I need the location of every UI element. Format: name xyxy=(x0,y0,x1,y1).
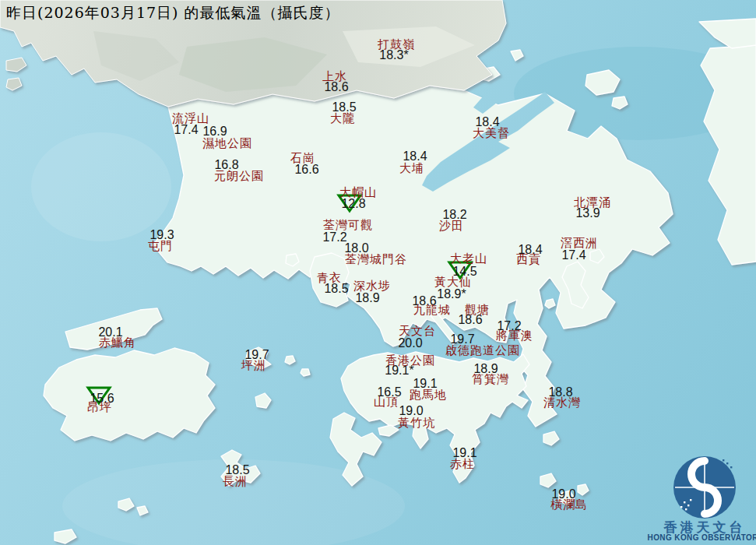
station-name-label: 大老山 xyxy=(450,253,487,265)
station-name-label: 北潭涌 xyxy=(574,197,611,209)
station-name-label: 青衣 xyxy=(317,272,342,284)
station-name-label: 大隴 xyxy=(330,113,355,125)
map-title: 昨日(2026年03月17日) 的最低氣溫（攝氏度） xyxy=(6,3,340,23)
station-value-label: 12.8 xyxy=(341,198,365,210)
station-name-label: 濕地公園 xyxy=(202,138,252,149)
station-name-label: 沙田 xyxy=(439,220,464,232)
station-name-label: 昂坪 xyxy=(87,402,112,413)
weather-map: 昨日(2026年03月17日) 的最低氣溫（攝氏度） 18.3*打鼓嶺18.6上… xyxy=(0,0,756,545)
station-name-label: 天文台 xyxy=(399,325,436,337)
station-name-label: 山頂 xyxy=(374,396,399,408)
station-value-label: 17.4 xyxy=(561,249,585,262)
station-name-label: 啟德跑道公園 xyxy=(445,345,520,357)
station-name-label: 坪洲 xyxy=(241,360,266,371)
station-name-label: 元朗公園 xyxy=(214,171,264,182)
station-value-label: 17.2 xyxy=(322,231,346,244)
station-name-label: 西貢 xyxy=(516,254,541,265)
station-name-label: 上水 xyxy=(322,71,347,83)
station-name-label: 橫瀾島 xyxy=(550,499,588,511)
station-name-label: 滘西洲 xyxy=(561,237,598,249)
station-value-label: 20.0 xyxy=(398,337,422,350)
station-name-label: 赤柱 xyxy=(450,459,475,470)
station-name-label: 屯門 xyxy=(148,241,173,252)
station-name-label: 觀塘 xyxy=(465,304,490,316)
station-name-label: 荃灣城門谷 xyxy=(345,254,407,265)
station-name-label: 九龍城 xyxy=(413,304,451,316)
station-name-label: 打鼓嶺 xyxy=(378,39,415,51)
station-name-label: 黃大仙 xyxy=(434,276,472,288)
station-name-label: 荃灣可觀 xyxy=(323,220,373,231)
station-name-label: 流浮山 xyxy=(172,113,209,125)
hong-kong-map xyxy=(0,0,756,545)
station-name-label: 香港公園 xyxy=(385,355,435,367)
station-name-label: 筲箕灣 xyxy=(472,374,509,385)
station-value-label: 18.9* xyxy=(437,288,466,301)
station-name-label: 長洲 xyxy=(223,476,248,487)
station-name-label: 大美督 xyxy=(473,128,510,139)
station-name-label: 深水埗 xyxy=(353,280,391,292)
station-name-label: 大帽山 xyxy=(339,187,377,199)
station-name-label: 赤鱲角 xyxy=(99,337,136,349)
station-name-label: 大埔 xyxy=(399,163,424,174)
station-name-label: 石崗 xyxy=(290,153,315,164)
station-value-label: 17.4 xyxy=(174,124,198,136)
station-name-label: 黃竹坑 xyxy=(398,417,435,429)
hko-logo-english-text: HONG KONG OBSERVATORY xyxy=(648,533,756,542)
station-name-label: 清水灣 xyxy=(543,397,581,409)
station-value-label: 16.6 xyxy=(294,164,318,176)
hko-logo xyxy=(673,456,736,519)
station-name-label: 跑馬地 xyxy=(410,389,447,401)
station-name-label: 將軍澳 xyxy=(496,330,533,342)
station-value-label: 18.9 xyxy=(355,292,379,304)
